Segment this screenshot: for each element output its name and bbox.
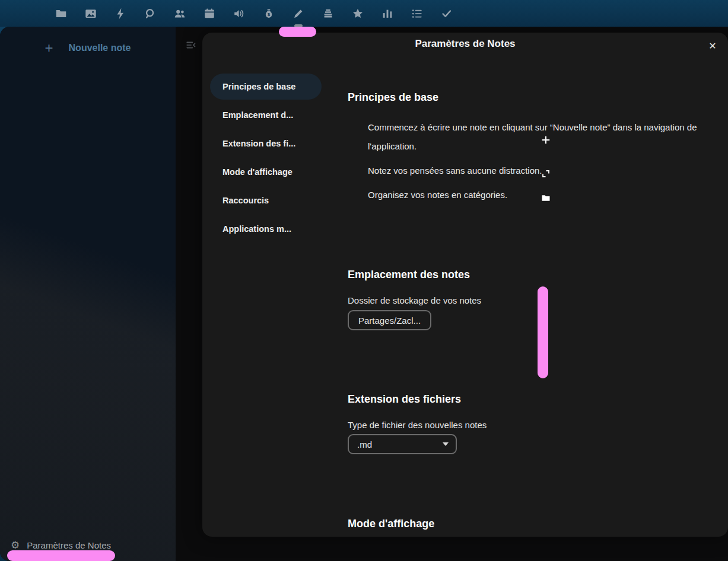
- app-content-area: + Nouvelle note ⚙ Paramètres de Notes Pa…: [0, 27, 728, 561]
- plus-icon: +: [45, 41, 53, 55]
- file-extension-value: .md: [357, 439, 372, 450]
- new-note-button[interactable]: + Nouvelle note: [0, 35, 176, 61]
- files-app-button[interactable]: [46, 0, 76, 27]
- new-note-label: Nouvelle note: [69, 43, 131, 53]
- chevron-down-icon: [443, 442, 449, 446]
- photos-icon: [84, 7, 97, 20]
- notes-app-button[interactable]: [284, 0, 313, 27]
- contacts-icon: [173, 7, 186, 20]
- money-bag-icon: $: [262, 7, 275, 20]
- speaker-icon: [233, 7, 246, 20]
- check-icon: [440, 7, 453, 20]
- nav-item-mobile-apps[interactable]: Applications m...: [210, 216, 322, 242]
- search-icon: [144, 7, 157, 20]
- annotation-highlight-location-section: [538, 286, 548, 378]
- file-extension-select[interactable]: .md: [348, 434, 457, 454]
- notes-settings-label: Paramètres de Notes: [27, 540, 111, 550]
- fullscreen-icon: [541, 166, 551, 176]
- bullet-distraction-free-text: Notez vos pensées sans aucune distractio…: [368, 161, 704, 180]
- nav-item-shortcuts[interactable]: Raccourcis: [210, 187, 322, 213]
- nav-item-basics[interactable]: Principes de base: [210, 74, 322, 100]
- check-app-button[interactable]: [432, 0, 462, 27]
- plus-icon: [541, 132, 551, 142]
- basics-heading: Principes de base: [348, 90, 704, 105]
- basics-bullet-list: Commencez à écrire une note en cliquant …: [348, 118, 704, 205]
- notes-settings-dialog: Paramètres de Notes ✕ Principes de base …: [202, 33, 728, 537]
- location-heading: Emplacement des notes: [348, 267, 704, 282]
- storage-folder-button[interactable]: Partages/Zacl...: [348, 310, 431, 330]
- calendar-icon: [203, 7, 216, 20]
- storage-folder-label: Dossier de stockage de vos notes: [348, 295, 704, 307]
- deck-app-button[interactable]: [313, 0, 343, 27]
- extension-heading: Extension des fichiers: [348, 391, 704, 407]
- list-icon: [411, 7, 424, 20]
- lightning-icon: [114, 7, 127, 20]
- sound-app-button[interactable]: [224, 0, 254, 27]
- bullet-categories-text: Organisez vos notes en catégories.: [368, 186, 704, 205]
- collapse-menu-icon: [185, 39, 198, 52]
- bullet-new-note: Commencez à écrire une note en cliquant …: [348, 118, 704, 156]
- collapse-navigation-button[interactable]: [185, 39, 198, 52]
- display-mode-heading: Mode d'affichage: [348, 516, 704, 531]
- contacts-app-button[interactable]: [165, 0, 195, 27]
- stack-icon: [322, 7, 335, 20]
- annotation-highlight-notes-app: [279, 27, 316, 37]
- star-icon: [351, 7, 364, 20]
- svg-text:$: $: [268, 12, 270, 17]
- money-app-button[interactable]: $: [254, 0, 284, 27]
- calendar-app-button[interactable]: [195, 0, 224, 27]
- notes-settings-button[interactable]: ⚙ Paramètres de Notes: [11, 540, 111, 550]
- photos-app-button[interactable]: [76, 0, 106, 27]
- analytics-app-button[interactable]: [373, 0, 402, 27]
- nav-item-display-mode[interactable]: Mode d'affichage: [210, 159, 322, 185]
- bullet-new-note-text: Commencez à écrire une note en cliquant …: [368, 118, 704, 156]
- pencil-icon: [292, 7, 305, 20]
- folder-icon: [541, 190, 551, 200]
- top-app-bar: $: [0, 0, 728, 27]
- tasks-app-button[interactable]: [402, 0, 432, 27]
- file-type-label: Type de fichier des nouvelles notes: [348, 419, 704, 431]
- gear-icon: ⚙: [11, 540, 20, 550]
- nav-item-location[interactable]: Emplacement d...: [210, 102, 322, 128]
- close-button[interactable]: ✕: [703, 36, 722, 55]
- notes-sidebar: + Nouvelle note ⚙ Paramètres de Notes: [0, 27, 176, 561]
- bar-chart-icon: [381, 7, 394, 20]
- annotation-highlight-settings-button: [7, 550, 115, 561]
- bullet-categories: Organisez vos notes en catégories.: [348, 186, 704, 205]
- activity-app-button[interactable]: [106, 0, 135, 27]
- close-icon: ✕: [708, 40, 716, 52]
- settings-content: Principes de base Commencez à écrire une…: [348, 33, 704, 531]
- folder-icon: [55, 7, 68, 20]
- settings-nav: Principes de base Emplacement d... Exten…: [210, 74, 322, 244]
- nav-item-extension[interactable]: Extension des fi...: [210, 130, 322, 157]
- bullet-distraction-free: Notez vos pensées sans aucune distractio…: [348, 161, 704, 180]
- favorites-app-button[interactable]: [343, 0, 373, 27]
- search-app-button[interactable]: [135, 0, 165, 27]
